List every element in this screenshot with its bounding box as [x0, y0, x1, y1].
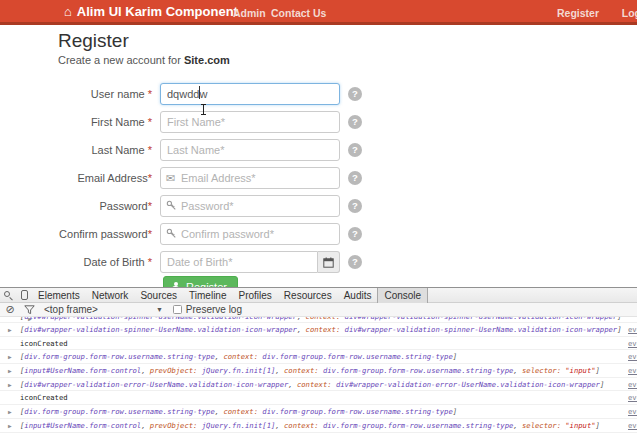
- form-row-user-name: User name *?: [0, 80, 637, 108]
- help-icon[interactable]: ?: [348, 87, 362, 101]
- source-location-link[interactable]: eve: [628, 391, 637, 405]
- frame-selector-dropdown[interactable]: <top frame>: [44, 304, 98, 315]
- console-log: ▶[div#wrapper-validation-spinner-UserNam…: [0, 317, 637, 433]
- form-row-last-name: Last Name *?: [0, 136, 637, 164]
- password-input[interactable]: [160, 195, 340, 217]
- help-icon[interactable]: ?: [348, 115, 362, 129]
- devtools-tab-sources[interactable]: Sources: [134, 288, 183, 303]
- form-row-first-name: First Name *?: [0, 108, 637, 136]
- calendar-addon-button[interactable]: [318, 251, 340, 273]
- first-name-input[interactable]: [160, 111, 340, 133]
- expand-triangle-icon[interactable]: ▶: [8, 378, 12, 392]
- expand-triangle-icon[interactable]: ▶: [8, 323, 12, 337]
- devtools-tab-audits[interactable]: Audits: [338, 288, 378, 303]
- email-address-input[interactable]: [160, 167, 340, 189]
- console-log-row: iconCreatedeve: [0, 337, 637, 351]
- page-title: Register: [58, 30, 129, 52]
- field-label: Password*: [0, 200, 152, 212]
- devtools-tab-network[interactable]: Network: [86, 288, 135, 303]
- devtools-tab-timeline[interactable]: Timeline: [183, 288, 232, 303]
- form-row-date-of-birth: Date of Birth *?: [0, 248, 637, 276]
- nav-link-login[interactable]: Log: [622, 7, 637, 19]
- devtools-tab-resources[interactable]: Resources: [278, 288, 338, 303]
- console-log-row: iconCreatedeve: [0, 391, 637, 405]
- help-icon[interactable]: ?: [348, 227, 362, 241]
- console-object-row: ▶[div#wrapper-validation-error-UserName.…: [0, 378, 637, 392]
- devtools-tabs: ElementsNetworkSourcesTimelineProfilesRe…: [32, 288, 428, 303]
- nav-link-register[interactable]: Register: [557, 7, 599, 19]
- expand-triangle-icon[interactable]: ▶: [8, 350, 12, 364]
- nav-link-admin[interactable]: Admin: [233, 7, 266, 19]
- source-location-link[interactable]: eve: [628, 337, 637, 351]
- register-form: User name *?First Name *?Last Name *?Ema…: [0, 80, 637, 276]
- field-label: Date of Birth *: [0, 256, 152, 268]
- inspect-element-icon[interactable]: [0, 288, 16, 303]
- nav-link-contact-us[interactable]: Contact Us: [271, 7, 326, 19]
- confirm-password-input[interactable]: [160, 223, 340, 245]
- preserve-log-checkbox[interactable]: [173, 305, 182, 314]
- devtools-panel: ElementsNetworkSourcesTimelineProfilesRe…: [0, 287, 637, 433]
- form-row-confirm-password: Confirm password*?: [0, 220, 637, 248]
- clear-console-icon[interactable]: ⊘: [0, 303, 20, 316]
- form-row-email-address: Email Address*✉?: [0, 164, 637, 192]
- form-row-password: Password*?: [0, 192, 637, 220]
- source-location-link[interactable]: eve: [628, 405, 637, 419]
- field-label: First Name *: [0, 116, 152, 128]
- source-location-link[interactable]: eve: [628, 378, 637, 392]
- devtools-tab-profiles[interactable]: Profiles: [232, 288, 277, 303]
- calendar-icon: [323, 257, 334, 268]
- field-label: User name *: [0, 88, 152, 100]
- subtitle-site: Site.com: [184, 54, 230, 66]
- source-location-link[interactable]: eve: [628, 323, 637, 337]
- devtools-tabbar: ElementsNetworkSourcesTimelineProfilesRe…: [0, 288, 637, 303]
- subtitle-text: Create a new account for: [58, 54, 184, 66]
- help-icon[interactable]: ?: [348, 199, 362, 213]
- date-of-birth-input[interactable]: [160, 251, 318, 273]
- console-object-row: ▶[div.form-group.form-row.username.strin…: [0, 405, 637, 419]
- user-name-input[interactable]: [160, 83, 340, 105]
- navbar: ⌂ Alim Ul Karim Component Admin Contact …: [0, 0, 637, 25]
- source-location-link[interactable]: eve: [628, 364, 637, 378]
- console-object-row: ▶[div#wrapper-validation-spinner-UserNam…: [0, 323, 637, 337]
- devtools-tab-console[interactable]: Console: [377, 288, 428, 303]
- last-name-input[interactable]: [160, 139, 340, 161]
- brand-label: Alim Ul Karim Component: [77, 4, 238, 19]
- home-icon: ⌂: [64, 5, 72, 18]
- help-icon[interactable]: ?: [348, 255, 362, 269]
- page-subtitle: Create a new account for Site.com: [58, 54, 230, 66]
- help-icon[interactable]: ?: [348, 143, 362, 157]
- device-mode-icon[interactable]: [16, 288, 32, 303]
- devtools-tab-elements[interactable]: Elements: [32, 288, 86, 303]
- navbar-brand[interactable]: ⌂ Alim Ul Karim Component: [64, 4, 238, 19]
- preserve-log-label: Preserve log: [186, 304, 242, 315]
- expand-triangle-icon[interactable]: ▶: [8, 419, 12, 433]
- field-label: Email Address*: [0, 172, 152, 184]
- console-object-row: ▶[input#UserName.form-control, prevObjec…: [0, 419, 637, 433]
- filter-icon[interactable]: [20, 305, 38, 315]
- mouse-cursor-ibeam: [200, 104, 207, 115]
- source-location-link[interactable]: eve: [628, 350, 637, 364]
- source-location-link[interactable]: eve: [628, 419, 637, 433]
- field-label: Confirm password*: [0, 228, 152, 240]
- console-object-row: ▶[div.form-group.form-row.username.strin…: [0, 350, 637, 364]
- console-object-row: ▶[input#UserName.form-control, prevObjec…: [0, 364, 637, 378]
- expand-triangle-icon[interactable]: ▶: [8, 405, 12, 419]
- text-caret: [199, 86, 200, 99]
- console-toolbar: ⊘ <top frame> ▼ Preserve log: [0, 303, 637, 317]
- chevron-down-icon[interactable]: ▼: [156, 306, 163, 313]
- field-label: Last Name *: [0, 144, 152, 156]
- expand-triangle-icon[interactable]: ▶: [8, 364, 12, 378]
- help-icon[interactable]: ?: [348, 171, 362, 185]
